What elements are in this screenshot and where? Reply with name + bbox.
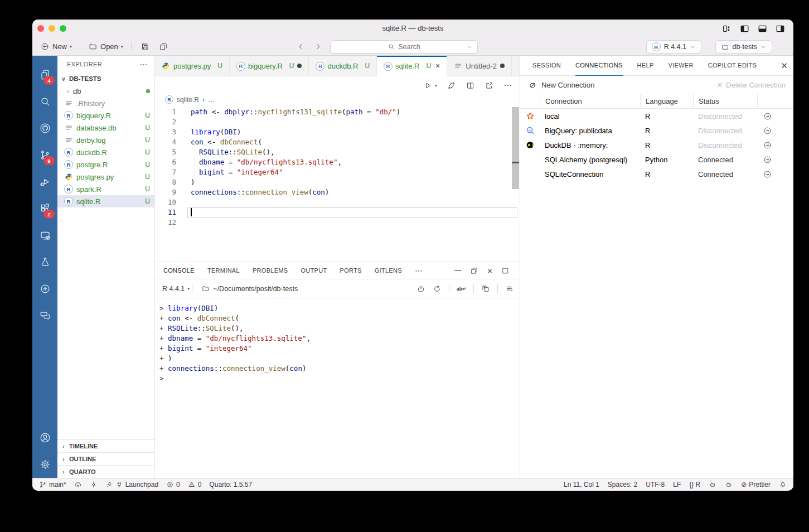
tab-duckdb.R[interactable]: Rduckdb.RU (309, 56, 377, 76)
close-panel-icon[interactable]: × (487, 267, 492, 275)
activity-github[interactable] (32, 115, 57, 142)
activity-search[interactable] (32, 88, 57, 115)
console-output[interactable]: > library(DBI)+ con <- dbConnect(+ RSQLi… (155, 298, 520, 478)
column-header-language[interactable]: Language (640, 94, 693, 108)
panel-tab-ports[interactable]: PORTS (340, 262, 362, 279)
open-button[interactable]: Open ▾ (86, 42, 125, 51)
tab-bigquery.R[interactable]: Rbigquery.RU (230, 56, 309, 76)
panel-tab-connections[interactable]: CONNECTIONS (575, 56, 623, 76)
panel-tab-session[interactable]: SESSION (532, 56, 561, 76)
status-language-mode[interactable]: {} R (689, 481, 700, 489)
column-header-status[interactable]: Status (693, 94, 757, 108)
status-warning-count[interactable]: 0 (188, 481, 202, 489)
console-clear-console-icon[interactable] (505, 284, 514, 293)
panel-restore-icon[interactable] (470, 267, 478, 275)
file-item-db[interactable]: ›db (57, 85, 154, 97)
activity-extensions[interactable]: 2 (32, 195, 57, 222)
status-publish-changes[interactable] (74, 481, 82, 489)
code-line[interactable]: 8) (155, 177, 520, 187)
back-icon[interactable] (297, 42, 305, 51)
activity-publish[interactable] (32, 275, 57, 302)
connection-row[interactable]: DuckDB - :memory:RDisconnected (520, 138, 793, 152)
status-eol[interactable]: LF (673, 481, 681, 489)
code-line[interactable]: 5 RSQLite::SQLite(), (155, 147, 520, 157)
status-quarto-version[interactable]: Quarto: 1.5.57 (209, 481, 252, 489)
minimize-panel-icon[interactable]: — (454, 267, 461, 274)
status-encoding[interactable]: UTF-8 (646, 481, 665, 489)
connection-row[interactable]: localRDisconnected (520, 109, 793, 123)
file-item-spark.R[interactable]: Rspark.RU (57, 183, 154, 195)
close-panel-icon[interactable]: ✕ (781, 61, 788, 71)
more-actions-icon[interactable]: ⋯ (503, 80, 512, 90)
code-line[interactable]: 3library(DBI) (155, 127, 520, 137)
file-item-duckdb.R[interactable]: Rduckdb.RU (57, 146, 154, 158)
new-button[interactable]: New ▾ (38, 42, 74, 51)
titlebar-panel-bottom-icon[interactable] (757, 23, 768, 34)
panel-tab-problems[interactable]: PROBLEMS (253, 262, 288, 279)
activity-run-debug[interactable] (32, 168, 57, 195)
console-move-to-new-window-icon[interactable] (481, 284, 490, 293)
code-line[interactable]: 6 dbname = "db/nycflights13.sqlite", (155, 157, 520, 167)
code-line[interactable]: 2 (155, 117, 520, 127)
file-item-postgre.R[interactable]: Rpostgre.RU (57, 158, 154, 171)
file-item-database.db[interactable]: database.dbU (57, 122, 154, 134)
code-line[interactable]: 1path <- dbplyr::nycflights131_sqlite(pa… (155, 107, 520, 117)
editor-action-split-editor[interactable] (466, 81, 475, 90)
editor-scrollbar[interactable] (512, 107, 519, 189)
panel-tab-viewer[interactable]: VIEWER (668, 56, 694, 76)
file-item-sqlite.R[interactable]: Rsqlite.RU (57, 195, 154, 207)
console-power-icon[interactable] (416, 284, 425, 293)
activity-testing[interactable] (32, 249, 57, 275)
activity-settings[interactable] (32, 451, 57, 478)
column-header-connection[interactable]: Connection (540, 94, 640, 108)
section-outline[interactable]: ›OUTLINE (57, 452, 154, 465)
status-launchpad[interactable]: Launchpad (105, 481, 158, 489)
code-line[interactable]: 9connections::connection_view(con) (155, 187, 520, 197)
status-prettier[interactable]: ⊘Prettier (741, 481, 771, 489)
search-input[interactable]: Search (330, 40, 478, 54)
activity-account[interactable] (32, 424, 57, 451)
file-item-derby.log[interactable]: derby.logU (57, 134, 154, 146)
close-tab-icon[interactable]: × (435, 61, 440, 70)
open-connection-icon[interactable] (757, 155, 778, 165)
forward-icon[interactable] (314, 42, 322, 51)
section-timeline[interactable]: ›TIMELINE (57, 439, 154, 452)
activity-remote-explorer[interactable] (32, 222, 57, 249)
panel-tab-terminal[interactable]: TERMINAL (207, 262, 240, 279)
run-button[interactable]: ▾ (423, 81, 437, 90)
open-connection-icon[interactable] (757, 126, 778, 136)
code-line[interactable]: 7 bigint = "integer64" (155, 167, 520, 177)
panel-tab-help[interactable]: HELP (637, 56, 654, 76)
editor-action-open-in-new-window[interactable] (485, 81, 494, 90)
panel-tab-copilot-edits[interactable]: COPILOT EDITS (708, 56, 757, 76)
titlebar-panel-left-icon[interactable] (739, 23, 750, 34)
panel-tab-console[interactable]: CONSOLE (163, 262, 195, 279)
status-cursor-position[interactable]: Ln 11, Col 1 (564, 481, 599, 489)
connection-row[interactable]: BigQuery: publicdataRDisconnected (520, 123, 793, 138)
titlebar-layout-customize-icon[interactable] (721, 23, 732, 34)
open-connection-icon[interactable] (757, 170, 778, 179)
file-item-postgres.py[interactable]: postgres.pyU (57, 171, 154, 183)
console-runtime-selector[interactable]: R 4.4.1 ▾ (162, 285, 190, 293)
code-line[interactable]: 4con <- dbConnect( (155, 137, 520, 147)
editor-action-source[interactable] (447, 81, 456, 90)
working-directory[interactable]: ~/Documents/posit/db-tests (201, 284, 298, 293)
more-actions-icon[interactable]: ⋯ (140, 60, 148, 69)
save-icon[interactable] (141, 42, 150, 51)
open-connection-icon[interactable] (757, 141, 778, 150)
section-quarto[interactable]: ›QUARTO (57, 465, 154, 478)
code-area[interactable]: 1path <- dbplyr::nycflights131_sqlite(pa… (155, 107, 520, 228)
status-indentation[interactable]: Spaces: 2 (608, 481, 637, 489)
file-item-.Rhistory[interactable]: .Rhistory (57, 97, 154, 109)
status-branch-indicator[interactable]: main* (39, 481, 66, 489)
delete-connection-button[interactable]: ✕ Delete Connection (716, 81, 786, 89)
console-restart-icon[interactable] (433, 284, 442, 293)
new-connection-button[interactable]: New Connection (528, 80, 594, 90)
save-all-icon[interactable] (159, 42, 168, 51)
status-notifications[interactable] (779, 481, 787, 489)
status-commit-graph[interactable] (90, 481, 98, 489)
connection-row[interactable]: SQLAlchemy (postgresql)PythonConnected (520, 152, 793, 167)
interpreter-selector[interactable]: R R 4.4.1 (646, 40, 701, 54)
activity-comments[interactable] (32, 302, 57, 329)
panel-tab-gitlens[interactable]: GITLENS (375, 262, 402, 279)
